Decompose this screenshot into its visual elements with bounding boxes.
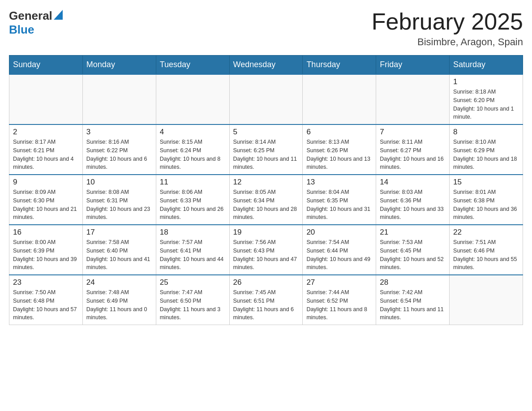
calendar-cell: 24Sunrise: 7:48 AM Sunset: 6:49 PM Dayli…: [82, 275, 156, 325]
calendar-cell: [9, 74, 83, 124]
calendar-cell: 20Sunrise: 7:54 AM Sunset: 6:44 PM Dayli…: [303, 225, 376, 275]
calendar-cell: 6Sunrise: 8:13 AM Sunset: 6:26 PM Daylig…: [303, 124, 376, 175]
weekday-header-sunday: Sunday: [9, 56, 83, 75]
day-info: Sunrise: 8:03 AM Sunset: 6:36 PM Dayligh…: [380, 188, 446, 222]
day-info: Sunrise: 8:18 AM Sunset: 6:20 PM Dayligh…: [453, 88, 519, 121]
title-block: February 2025 Bisimbre, Aragon, Spain: [372, 9, 523, 48]
day-number: 5: [233, 128, 299, 137]
day-info: Sunrise: 7:45 AM Sunset: 6:51 PM Dayligh…: [233, 288, 299, 322]
calendar-week-1: 1Sunrise: 8:18 AM Sunset: 6:20 PM Daylig…: [9, 74, 523, 124]
day-number: 17: [86, 228, 152, 237]
month-title: February 2025: [372, 9, 523, 34]
day-number: 26: [233, 278, 299, 287]
calendar-table: SundayMondayTuesdayWednesdayThursdayFrid…: [9, 55, 523, 325]
day-info: Sunrise: 8:17 AM Sunset: 6:21 PM Dayligh…: [13, 138, 79, 171]
day-info: Sunrise: 8:04 AM Sunset: 6:35 PM Dayligh…: [306, 188, 372, 222]
calendar-cell: 9Sunrise: 8:09 AM Sunset: 6:30 PM Daylig…: [9, 175, 83, 225]
weekday-header-row: SundayMondayTuesdayWednesdayThursdayFrid…: [9, 56, 523, 75]
svg-marker-0: [54, 10, 63, 20]
calendar-cell: 27Sunrise: 7:44 AM Sunset: 6:52 PM Dayli…: [303, 275, 376, 325]
weekday-header-monday: Monday: [82, 56, 156, 75]
calendar-cell: 16Sunrise: 8:00 AM Sunset: 6:39 PM Dayli…: [9, 225, 83, 275]
day-info: Sunrise: 8:15 AM Sunset: 6:24 PM Dayligh…: [160, 138, 226, 171]
day-info: Sunrise: 7:53 AM Sunset: 6:45 PM Dayligh…: [380, 238, 446, 272]
day-info: Sunrise: 8:09 AM Sunset: 6:30 PM Dayligh…: [13, 188, 79, 222]
day-number: 16: [13, 228, 79, 237]
day-info: Sunrise: 8:11 AM Sunset: 6:27 PM Dayligh…: [380, 138, 446, 171]
calendar-cell: 11Sunrise: 8:06 AM Sunset: 6:33 PM Dayli…: [156, 175, 229, 225]
day-number: 22: [453, 228, 519, 237]
logo-general: General: [9, 9, 52, 23]
calendar-cell: 18Sunrise: 7:57 AM Sunset: 6:41 PM Dayli…: [156, 225, 229, 275]
day-info: Sunrise: 7:44 AM Sunset: 6:52 PM Dayligh…: [306, 288, 372, 322]
day-number: 13: [306, 178, 372, 187]
day-info: Sunrise: 7:51 AM Sunset: 6:46 PM Dayligh…: [453, 238, 519, 272]
calendar-cell: 12Sunrise: 8:05 AM Sunset: 6:34 PM Dayli…: [229, 175, 303, 225]
calendar-cell: 19Sunrise: 7:56 AM Sunset: 6:43 PM Dayli…: [229, 225, 303, 275]
calendar-cell: [82, 74, 156, 124]
calendar-cell: 28Sunrise: 7:42 AM Sunset: 6:54 PM Dayli…: [376, 275, 450, 325]
day-number: 4: [160, 128, 226, 137]
calendar-cell: 25Sunrise: 7:47 AM Sunset: 6:50 PM Dayli…: [156, 275, 229, 325]
calendar-cell: [229, 74, 303, 124]
weekday-header-wednesday: Wednesday: [229, 56, 303, 75]
day-info: Sunrise: 8:10 AM Sunset: 6:29 PM Dayligh…: [453, 138, 519, 171]
day-info: Sunrise: 7:58 AM Sunset: 6:40 PM Dayligh…: [86, 238, 152, 272]
day-number: 15: [453, 178, 519, 187]
day-number: 20: [306, 228, 372, 237]
calendar-cell: 3Sunrise: 8:16 AM Sunset: 6:22 PM Daylig…: [82, 124, 156, 175]
weekday-header-thursday: Thursday: [303, 56, 376, 75]
day-number: 10: [86, 178, 152, 187]
calendar-cell: 14Sunrise: 8:03 AM Sunset: 6:36 PM Dayli…: [376, 175, 450, 225]
calendar-cell: 26Sunrise: 7:45 AM Sunset: 6:51 PM Dayli…: [229, 275, 303, 325]
day-info: Sunrise: 8:16 AM Sunset: 6:22 PM Dayligh…: [86, 138, 152, 171]
day-number: 6: [306, 128, 372, 137]
day-number: 24: [86, 278, 152, 287]
day-info: Sunrise: 8:08 AM Sunset: 6:31 PM Dayligh…: [86, 188, 152, 222]
day-number: 11: [160, 178, 226, 187]
day-info: Sunrise: 7:56 AM Sunset: 6:43 PM Dayligh…: [233, 238, 299, 272]
calendar-cell: 2Sunrise: 8:17 AM Sunset: 6:21 PM Daylig…: [9, 124, 83, 175]
day-number: 14: [380, 178, 446, 187]
weekday-header-saturday: Saturday: [450, 56, 523, 75]
day-info: Sunrise: 8:06 AM Sunset: 6:33 PM Dayligh…: [160, 188, 226, 222]
day-info: Sunrise: 7:48 AM Sunset: 6:49 PM Dayligh…: [86, 288, 152, 322]
page-header: General Blue February 2025 Bisimbre, Ara…: [9, 9, 523, 48]
calendar-cell: 13Sunrise: 8:04 AM Sunset: 6:35 PM Dayli…: [303, 175, 376, 225]
day-number: 3: [86, 128, 152, 137]
day-info: Sunrise: 8:13 AM Sunset: 6:26 PM Dayligh…: [306, 138, 372, 171]
day-info: Sunrise: 8:14 AM Sunset: 6:25 PM Dayligh…: [233, 138, 299, 171]
day-number: 23: [13, 278, 79, 287]
day-number: 7: [380, 128, 446, 137]
day-number: 18: [160, 228, 226, 237]
day-number: 19: [233, 228, 299, 237]
calendar-cell: 17Sunrise: 7:58 AM Sunset: 6:40 PM Dayli…: [82, 225, 156, 275]
calendar-cell: 23Sunrise: 7:50 AM Sunset: 6:48 PM Dayli…: [9, 275, 83, 325]
calendar-cell: [450, 275, 523, 325]
day-number: 1: [453, 77, 519, 86]
day-number: 8: [453, 128, 519, 137]
calendar-cell: 8Sunrise: 8:10 AM Sunset: 6:29 PM Daylig…: [450, 124, 523, 175]
day-number: 9: [13, 178, 79, 187]
day-info: Sunrise: 7:42 AM Sunset: 6:54 PM Dayligh…: [380, 288, 446, 322]
weekday-header-friday: Friday: [376, 56, 450, 75]
calendar-cell: 1Sunrise: 8:18 AM Sunset: 6:20 PM Daylig…: [450, 74, 523, 124]
calendar-cell: 4Sunrise: 8:15 AM Sunset: 6:24 PM Daylig…: [156, 124, 229, 175]
calendar-body: 1Sunrise: 8:18 AM Sunset: 6:20 PM Daylig…: [9, 74, 523, 325]
calendar-week-5: 23Sunrise: 7:50 AM Sunset: 6:48 PM Dayli…: [9, 275, 523, 325]
day-number: 21: [380, 228, 446, 237]
logo-triangle-icon: [54, 10, 63, 20]
day-number: 27: [306, 278, 372, 287]
day-info: Sunrise: 8:00 AM Sunset: 6:39 PM Dayligh…: [13, 238, 79, 272]
calendar-week-4: 16Sunrise: 8:00 AM Sunset: 6:39 PM Dayli…: [9, 225, 523, 275]
day-info: Sunrise: 7:57 AM Sunset: 6:41 PM Dayligh…: [160, 238, 226, 272]
calendar-cell: [156, 74, 229, 124]
calendar-cell: 21Sunrise: 7:53 AM Sunset: 6:45 PM Dayli…: [376, 225, 450, 275]
day-number: 25: [160, 278, 226, 287]
weekday-header-tuesday: Tuesday: [156, 56, 229, 75]
day-number: 12: [233, 178, 299, 187]
calendar-header: SundayMondayTuesdayWednesdayThursdayFrid…: [9, 56, 523, 75]
calendar-week-2: 2Sunrise: 8:17 AM Sunset: 6:21 PM Daylig…: [9, 124, 523, 175]
day-number: 2: [13, 128, 79, 137]
day-info: Sunrise: 8:01 AM Sunset: 6:38 PM Dayligh…: [453, 188, 519, 222]
